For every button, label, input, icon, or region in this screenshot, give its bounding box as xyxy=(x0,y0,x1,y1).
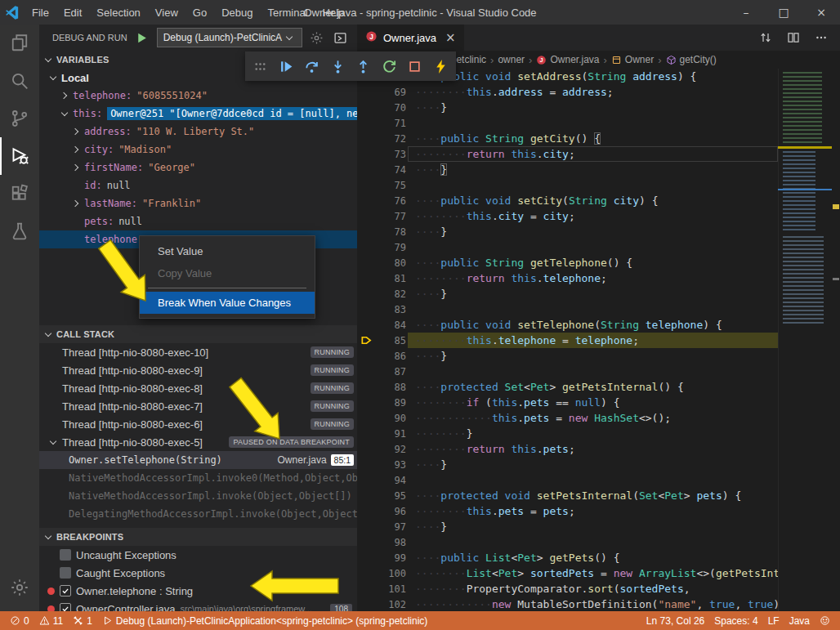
chevron-right-icon[interactable] xyxy=(72,145,82,154)
gutter-margin[interactable] xyxy=(357,488,375,503)
breakpoint-row[interactable]: OwnerController.javasrc\main\java\org\sp… xyxy=(39,600,357,611)
code-line-77[interactable]: 77········this.city = city; xyxy=(357,208,778,224)
restart-icon[interactable] xyxy=(378,56,400,77)
gutter-margin[interactable] xyxy=(357,581,375,596)
gutter-margin[interactable] xyxy=(357,317,375,333)
menu-edit[interactable]: Edit xyxy=(56,0,89,25)
code-line-69[interactable]: 69········this.address = address; xyxy=(357,84,778,100)
breadcrumb-item[interactable]: Owner xyxy=(611,54,654,65)
code-line-99[interactable]: 99····public List<Pet> getPets() { xyxy=(357,550,778,565)
breakpoint-checkbox[interactable] xyxy=(60,567,71,579)
chevron-right-icon[interactable] xyxy=(72,127,82,136)
chevron-right-icon[interactable] xyxy=(60,91,70,101)
status-debug-status[interactable]: Debug (Launch)-PetClinicApplication<spri… xyxy=(102,615,428,627)
gutter-margin[interactable] xyxy=(357,410,375,426)
chevron-down-icon[interactable] xyxy=(49,437,59,447)
activity-search-icon[interactable] xyxy=(0,62,39,100)
code-line-82[interactable]: 82····} xyxy=(357,286,778,302)
chevron-right-icon[interactable] xyxy=(72,163,82,172)
variable-row[interactable]: id:null xyxy=(39,176,357,194)
gutter-margin[interactable] xyxy=(357,255,375,270)
status-feedback[interactable] xyxy=(820,615,830,626)
start-debugging-button[interactable] xyxy=(133,29,151,47)
breadcrumb-item[interactable]: petclinic xyxy=(451,54,486,65)
gutter-margin[interactable] xyxy=(357,596,375,611)
debug-config-dropdown[interactable]: Debug (Launch)-PetClinicA xyxy=(157,28,302,47)
breakpoint-checkbox[interactable] xyxy=(60,549,71,561)
gutter-margin[interactable] xyxy=(357,162,375,177)
thread-row[interactable]: Thread [http-nio-8080-exec-7]RUNNING xyxy=(39,397,357,415)
step-out-icon[interactable] xyxy=(353,56,374,77)
close-button[interactable]: × xyxy=(802,0,840,25)
activity-test-icon[interactable] xyxy=(0,212,39,250)
activity-source-control-icon[interactable] xyxy=(0,100,39,137)
status-language-mode[interactable]: Java xyxy=(789,615,810,627)
code-line-102[interactable]: 102············new MutableSortDefinition… xyxy=(357,596,778,611)
code-line-76[interactable]: 76····public void setCity(String city) { xyxy=(357,193,778,208)
code-line-87[interactable]: 87 xyxy=(357,364,778,379)
status-warnings[interactable]: 11 xyxy=(39,615,63,627)
code-line-79[interactable]: 79 xyxy=(357,239,778,255)
variable-row[interactable]: firstName:"George" xyxy=(39,159,357,176)
breakpoint-checkbox[interactable] xyxy=(60,585,71,596)
gutter-margin[interactable] xyxy=(357,503,375,519)
thread-row[interactable]: Thread [http-nio-8080-exec-8]RUNNING xyxy=(39,379,357,397)
gutter-margin[interactable] xyxy=(357,302,375,317)
activity-explorer-icon[interactable] xyxy=(0,25,39,62)
code-line-84[interactable]: 84····public void setTelephone(String te… xyxy=(357,317,778,333)
gutter-margin[interactable] xyxy=(357,286,375,302)
gutter-margin[interactable] xyxy=(357,364,375,379)
code-line-75[interactable]: 75 xyxy=(357,177,778,193)
code-line-90[interactable]: 90············this.pets = new HashSet<>(… xyxy=(357,410,778,426)
breakpoint-row[interactable]: Uncaught Exceptions xyxy=(39,546,357,564)
code-line-98[interactable]: 98 xyxy=(357,534,778,550)
gutter-margin[interactable] xyxy=(357,146,375,162)
minimap[interactable] xyxy=(778,69,832,611)
stack-frame-row[interactable]: Owner.setTelephone(String)Owner.java85:1 xyxy=(39,451,357,469)
close-tab-icon[interactable]: × xyxy=(445,30,456,45)
stop-icon[interactable] xyxy=(404,56,426,77)
gutter-margin[interactable] xyxy=(357,84,375,100)
thread-row[interactable]: Thread [http-nio-8080-exec-6]RUNNING xyxy=(39,415,357,433)
gutter-margin[interactable] xyxy=(357,457,375,472)
variable-row[interactable]: telephone:"6085551024" xyxy=(39,87,357,105)
gutter-margin[interactable] xyxy=(357,100,375,115)
gutter-margin[interactable] xyxy=(357,115,375,131)
code-line-88[interactable]: 88····protected Set<Pet> getPetsInternal… xyxy=(357,379,778,395)
hot-code-replace-icon[interactable] xyxy=(430,56,451,77)
gutter-margin[interactable] xyxy=(357,224,375,239)
code-line-81[interactable]: 81········return this.telephone; xyxy=(357,270,778,286)
gutter-margin[interactable] xyxy=(357,534,375,550)
gutter-margin[interactable] xyxy=(357,270,375,286)
code-line-80[interactable]: 80····public String getTelephone() { xyxy=(357,255,778,270)
menu-item-break-when-value-changes[interactable]: Break When Value Changes xyxy=(140,292,315,314)
variable-row[interactable]: lastName:"Franklin" xyxy=(39,194,357,212)
step-into-icon[interactable] xyxy=(327,56,348,77)
open-changes-icon[interactable] xyxy=(755,27,776,48)
menu-file[interactable]: File xyxy=(25,0,56,25)
breakpoint-row[interactable]: Caught Exceptions xyxy=(39,564,357,582)
status-tasks[interactable]: 1 xyxy=(73,615,92,627)
call-stack-section-header[interactable]: CALL STACK xyxy=(39,325,357,343)
code-editor[interactable]: 68····public void setAddress(String addr… xyxy=(357,69,778,611)
gutter-margin[interactable] xyxy=(357,472,375,488)
gutter-margin[interactable] xyxy=(357,208,375,224)
code-line-70[interactable]: 70····} xyxy=(357,100,778,115)
more-actions-icon[interactable] xyxy=(811,27,832,48)
thread-row[interactable]: Thread [http-nio-8080-exec-9]RUNNING xyxy=(39,361,357,379)
menu-view[interactable]: View xyxy=(148,0,185,25)
code-line-92[interactable]: 92········return this.pets; xyxy=(357,441,778,457)
debug-console-button[interactable] xyxy=(332,29,350,47)
code-line-71[interactable]: 71 xyxy=(357,115,778,131)
gutter-margin[interactable] xyxy=(357,426,375,441)
gutter-margin[interactable] xyxy=(357,565,375,581)
menu-help[interactable]: Help xyxy=(315,0,352,25)
code-line-74[interactable]: 74····} xyxy=(357,162,778,177)
variable-row[interactable]: pets:null xyxy=(39,212,357,230)
chevron-down-icon[interactable] xyxy=(60,109,70,118)
step-over-icon[interactable] xyxy=(302,56,323,77)
thread-row[interactable]: Thread [http-nio-8080-exec-5]PAUSED ON D… xyxy=(39,433,357,451)
gutter-margin[interactable] xyxy=(357,379,375,395)
drag-icon[interactable] xyxy=(250,56,271,77)
activity-run-and-debug-icon[interactable] xyxy=(0,137,39,175)
